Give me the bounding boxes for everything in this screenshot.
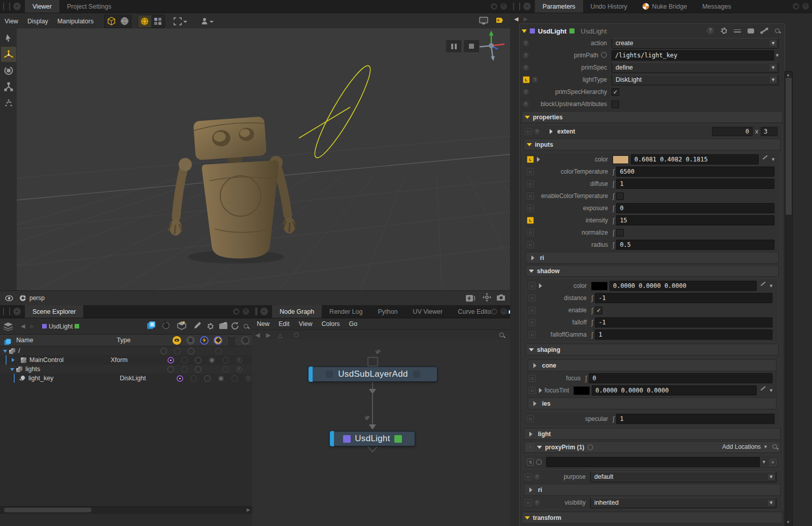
tab-undo-history[interactable]: Undo History <box>583 0 635 13</box>
menu-view[interactable]: View <box>0 18 23 25</box>
section-cone[interactable]: cone <box>528 359 776 371</box>
tab-scene-explorer[interactable]: Scene Explorer <box>25 305 83 318</box>
rotate-tool[interactable] <box>1 63 16 78</box>
menu-colors[interactable]: Colors <box>317 320 344 327</box>
collapse-icon[interactable] <box>550 129 555 134</box>
normalize-checkbox[interactable] <box>616 229 624 237</box>
color-picker-pen-icon[interactable] <box>759 282 767 289</box>
help-badge-icon[interactable]: ? <box>523 89 529 95</box>
default-badge[interactable]: D <box>529 294 536 302</box>
slider-toggle-icon[interactable]: ʃ <box>613 415 615 423</box>
diffuse-input[interactable]: 1 <box>616 179 774 189</box>
pause-button[interactable] <box>446 40 462 53</box>
default-badge[interactable]: D <box>527 241 534 248</box>
camera-name[interactable]: persp <box>29 294 45 302</box>
section-shadow[interactable]: shadow <box>526 265 779 277</box>
exposure-input[interactable]: 0 <box>616 203 774 213</box>
enable-checkbox[interactable]: ✓ <box>595 307 602 314</box>
panel-float-icon[interactable] <box>491 3 497 10</box>
shadow-color-values[interactable]: 0.0000 0.0000 0.0000 <box>610 281 757 291</box>
viewport-3d[interactable] <box>17 28 510 291</box>
add-locations-dropdown-icon[interactable]: ▼ <box>763 444 768 449</box>
node-usdlight[interactable]: UsdLight <box>330 431 415 446</box>
visibility-toggle[interactable] <box>160 348 167 354</box>
falloffgamma-input[interactable]: 1 <box>595 330 772 340</box>
primspec-dropdown[interactable]: define▼ <box>612 62 779 73</box>
select-tool[interactable] <box>1 30 16 46</box>
render-toggle[interactable] <box>181 357 188 364</box>
local-value-badge[interactable]: L <box>523 76 530 83</box>
visibility-toggle-on[interactable] <box>167 357 174 364</box>
current-node-name[interactable]: UsdLight <box>49 323 73 330</box>
section-inputs[interactable]: inputs <box>524 139 781 150</box>
local-value-badge[interactable]: L <box>527 217 534 224</box>
slider-toggle-icon[interactable]: ʃ <box>591 319 593 326</box>
shadow-color-swatch[interactable] <box>591 282 607 290</box>
horizontal-scrollbar[interactable]: ▶ <box>0 506 252 514</box>
resolve-toggle[interactable] <box>195 357 201 364</box>
help-badge-icon[interactable]: ? <box>534 128 540 135</box>
tab-nuke-bridge[interactable]: Nuke Bridge <box>635 0 695 13</box>
help-badge-icon[interactable]: ? <box>523 40 529 46</box>
render-toggle[interactable] <box>181 366 188 373</box>
enablecolortemperature-checkbox[interactable] <box>616 192 624 200</box>
monitor-icon[interactable] <box>479 17 489 27</box>
tab-viewer[interactable]: Viewer <box>25 0 59 13</box>
reorder-badge-icon[interactable]: ⇅ <box>527 458 534 466</box>
menu-view[interactable]: View <box>294 320 317 327</box>
person-dropdown-icon[interactable] <box>210 21 214 25</box>
extent-count[interactable]: 3 <box>761 127 777 136</box>
visibility-eye-icon[interactable] <box>173 336 181 345</box>
slider-toggle-icon[interactable]: ʃ <box>591 331 593 339</box>
node-header[interactable]: UsdLight UsdLight ? <box>522 25 783 37</box>
help-badge-icon[interactable]: ? <box>523 52 529 58</box>
table-row-light-key[interactable]: light_key DiskLight <box>0 374 252 383</box>
slider-toggle-icon[interactable]: ʃ <box>613 241 615 249</box>
slider-toggle-icon[interactable]: ʃ <box>613 229 615 237</box>
help-icon[interactable]: ? <box>706 27 714 35</box>
help-badge-icon[interactable]: ? <box>523 101 529 107</box>
default-badge[interactable]: D <box>529 282 536 289</box>
edit-pen-icon[interactable] <box>193 321 201 331</box>
wrench-icon[interactable] <box>761 28 767 33</box>
panel-grip[interactable] <box>3 3 10 10</box>
stop-button[interactable] <box>463 40 480 53</box>
visibility-toggle-on[interactable] <box>177 375 183 382</box>
section-ri[interactable]: ri <box>526 252 779 264</box>
default-badge[interactable]: D <box>525 473 532 480</box>
wireframe-sphere-icon[interactable] <box>138 15 151 27</box>
default-badge[interactable]: D <box>529 307 536 314</box>
menu-display[interactable]: Display <box>23 18 53 25</box>
person-tool[interactable] <box>200 17 216 25</box>
menu-go[interactable]: Go <box>345 320 362 327</box>
panel-grip[interactable] <box>513 3 520 10</box>
default-badge[interactable]: D <box>527 168 534 175</box>
default-badge[interactable]: D <box>529 387 536 394</box>
table-row-lights[interactable]: lights <box>0 365 252 374</box>
param-row-extent[interactable]: D? extent 0 x 3 <box>524 126 781 137</box>
section-ri2[interactable]: ri <box>524 484 781 496</box>
power-badge-icon[interactable] <box>236 357 242 363</box>
vertical-scrollbar[interactable]: ▲ ▼ <box>785 71 793 526</box>
tab-project-settings[interactable]: Project Settings <box>59 0 119 13</box>
node-graph-canvas[interactable]: in in UsdSubLayerAdd UsdLight <box>252 339 510 526</box>
blockupstream-checkbox[interactable] <box>612 101 619 108</box>
gear-icon[interactable] <box>721 27 727 34</box>
help-badge-icon[interactable]: ? <box>532 77 538 83</box>
dropdown-icon[interactable]: ▼ <box>771 157 775 162</box>
tab-render-log[interactable]: Render Log <box>322 305 370 318</box>
working-set-icon[interactable] <box>146 320 157 332</box>
scrollbar-thumb[interactable] <box>4 508 91 512</box>
collapse-icon[interactable] <box>539 388 545 393</box>
default-badge[interactable]: D <box>527 229 534 236</box>
scale-tool[interactable] <box>1 79 16 94</box>
default-badge[interactable]: D <box>525 128 532 135</box>
camera-lock-icon[interactable] <box>19 294 26 302</box>
expander-icon[interactable] <box>3 350 7 355</box>
focustint-values[interactable]: 0.0000 0.0000 0.0000 <box>592 385 757 396</box>
power-badge-icon[interactable] <box>246 376 251 381</box>
panel-menu-icon[interactable] <box>523 3 531 10</box>
graph-root-icon[interactable]: ⬠ <box>287 332 306 339</box>
action-dropdown[interactable]: create▼ <box>612 38 779 49</box>
expand-icon[interactable] <box>522 29 527 36</box>
